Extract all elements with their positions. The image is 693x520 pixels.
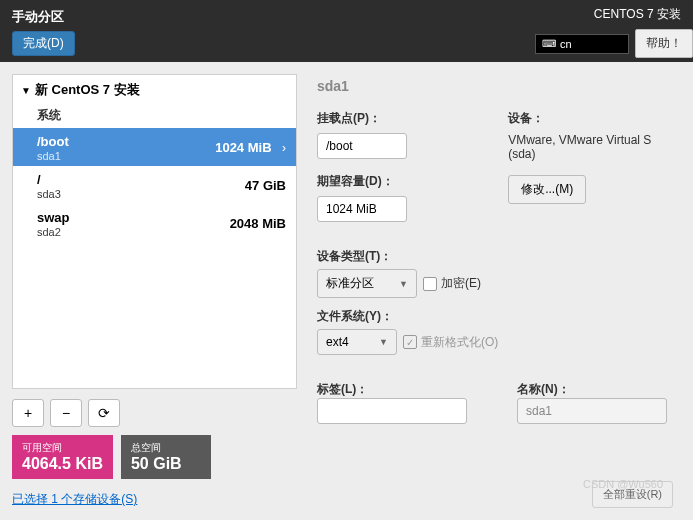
desired-capacity-label: 期望容量(D)： — [317, 173, 478, 190]
available-space-label: 可用空间 — [22, 441, 103, 455]
keyboard-layout-selector[interactable]: ⌨ cn — [535, 34, 629, 54]
mount-point: / — [37, 172, 41, 187]
available-space-box: 可用空间 4064.5 KiB — [12, 435, 113, 479]
install-title: CENTOS 7 安装 — [535, 6, 693, 23]
device-label: 设备： — [508, 110, 673, 127]
system-group-label: 系统 — [13, 105, 296, 128]
keyboard-layout-label: cn — [560, 38, 572, 50]
device-type-select[interactable]: 标准分区 ▼ — [317, 269, 417, 298]
selected-partition-title: sda1 — [317, 78, 673, 94]
name-field-label: 名称(N)： — [517, 381, 667, 398]
partition-size: 47 GiB — [245, 178, 286, 193]
device-name: sda3 — [37, 188, 61, 200]
device-description: VMware, VMware Virtual S (sda) — [508, 133, 673, 161]
total-space-box: 总空间 50 GiB — [121, 435, 211, 479]
done-button[interactable]: 完成(D) — [12, 31, 75, 56]
mount-point-label: 挂载点(P)： — [317, 110, 478, 127]
chevron-down-icon: ▼ — [399, 279, 408, 289]
modify-device-button[interactable]: 修改...(M) — [508, 175, 586, 204]
filesystem-select[interactable]: ext4 ▼ — [317, 329, 397, 355]
label-input[interactable] — [317, 398, 467, 424]
remove-partition-button[interactable]: − — [50, 399, 82, 427]
add-partition-button[interactable]: + — [12, 399, 44, 427]
reset-all-button[interactable]: 全部重设(R) — [592, 481, 673, 508]
left-panel: ▼ 新 CentOS 7 安装 系统 /boot sda1 1024 MiB /… — [12, 74, 297, 508]
mount-point: swap — [37, 210, 70, 225]
partition-tree: ▼ 新 CentOS 7 安装 系统 /boot sda1 1024 MiB /… — [12, 74, 297, 389]
reformat-checkbox — [403, 335, 417, 349]
device-type-label: 设备类型(T)： — [317, 248, 673, 265]
device-type-value: 标准分区 — [326, 275, 374, 292]
label-field-label: 标签(L)： — [317, 381, 487, 398]
device-name: sda2 — [37, 226, 70, 238]
total-space-value: 50 GiB — [131, 455, 201, 473]
partition-row[interactable]: / sda3 47 GiB — [13, 166, 296, 204]
encrypt-label: 加密(E) — [441, 275, 481, 292]
page-title: 手动分区 — [12, 8, 75, 26]
mount-point: /boot — [37, 134, 69, 149]
partition-size: 2048 MiB — [230, 216, 286, 231]
help-button[interactable]: 帮助！ — [635, 29, 693, 58]
filesystem-label: 文件系统(Y)： — [317, 308, 673, 325]
storage-devices-link[interactable]: 已选择 1 个存储设备(S) — [12, 491, 297, 508]
caret-down-icon: ▼ — [21, 85, 31, 96]
reformat-checkbox-row: 重新格式化(O) — [403, 334, 498, 351]
tree-root[interactable]: ▼ 新 CentOS 7 安装 — [13, 75, 296, 105]
encrypt-checkbox[interactable] — [423, 277, 437, 291]
reformat-label: 重新格式化(O) — [421, 334, 498, 351]
device-name: sda1 — [37, 150, 69, 162]
total-space-label: 总空间 — [131, 441, 201, 455]
tree-root-label: 新 CentOS 7 安装 — [35, 81, 140, 99]
keyboard-icon: ⌨ — [542, 38, 556, 49]
right-panel: sda1 挂载点(P)： 期望容量(D)： 设备： VMware, VMware… — [309, 74, 681, 508]
chevron-right-icon — [282, 141, 286, 155]
name-input — [517, 398, 667, 424]
partition-size: 1024 MiB — [215, 140, 271, 155]
partition-row[interactable]: swap sda2 2048 MiB — [13, 204, 296, 242]
desired-capacity-input[interactable] — [317, 196, 407, 222]
partition-row[interactable]: /boot sda1 1024 MiB — [13, 128, 296, 166]
mount-point-input[interactable] — [317, 133, 407, 159]
reload-button[interactable]: ⟳ — [88, 399, 120, 427]
filesystem-value: ext4 — [326, 335, 349, 349]
top-bar: 手动分区 完成(D) CENTOS 7 安装 ⌨ cn 帮助！ — [0, 0, 693, 62]
encrypt-checkbox-row[interactable]: 加密(E) — [423, 275, 481, 292]
chevron-down-icon: ▼ — [379, 337, 388, 347]
available-space-value: 4064.5 KiB — [22, 455, 103, 473]
